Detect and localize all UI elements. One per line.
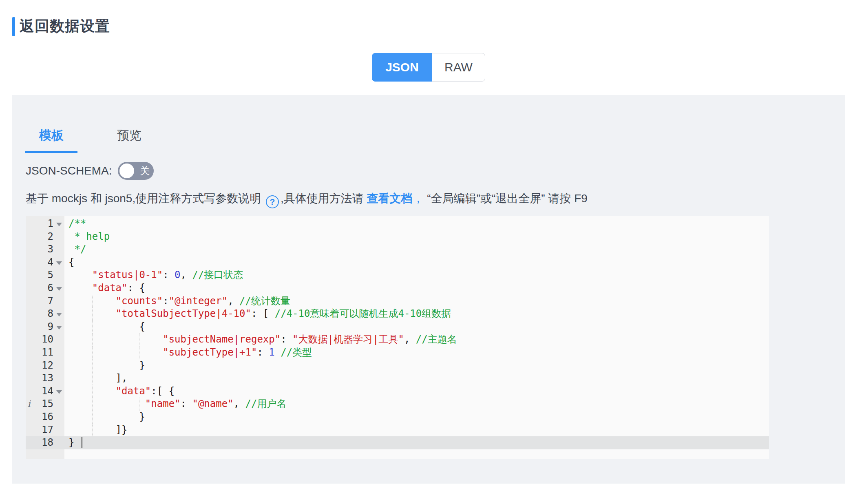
info-marker-icon	[26, 217, 32, 230]
editor-line[interactable]: 18}	[26, 436, 769, 449]
fold-slot	[53, 346, 64, 359]
line-number: 14	[32, 385, 53, 398]
code-line[interactable]: "totalSubjectType|4-10": [ //4-10意味着可以随机…	[64, 307, 769, 321]
code-token: "@integer"	[169, 295, 228, 307]
code-token: ],	[69, 372, 128, 384]
editor-line[interactable]: 5 "status|0-1": 0, //接口状态	[26, 269, 769, 282]
info-marker-icon	[26, 372, 32, 385]
gutter-cell: 17	[26, 424, 64, 437]
gutter-cell: 16	[26, 411, 64, 424]
code-token: :	[163, 269, 175, 281]
code-line[interactable]: {	[64, 256, 769, 269]
code-line[interactable]: "subjectType|+1": 1 //类型	[64, 346, 769, 359]
code-line[interactable]: {	[64, 321, 769, 334]
code-token: //类型	[281, 347, 312, 358]
code-token: 1	[269, 347, 274, 358]
code-line[interactable]: }	[64, 411, 769, 424]
fold-arrow-icon[interactable]	[56, 223, 62, 226]
line-number: 9	[32, 321, 53, 334]
fold-arrow-icon[interactable]	[56, 326, 62, 329]
gutter-cell: 13	[26, 372, 64, 385]
gutter-cell: 11	[26, 346, 64, 359]
info-marker-icon	[26, 385, 32, 398]
code-line[interactable]: "subjectName|regexp": "大数据|机器学习|工具", //主…	[64, 333, 769, 346]
line-number: 13	[32, 372, 53, 385]
help-question-icon[interactable]: ?	[266, 195, 279, 208]
code-editor[interactable]: 1/**2 * help3 */4{5 "status|0-1": 0, //接…	[26, 216, 769, 459]
code-line[interactable]: "name": "@name", //用户名	[64, 398, 769, 411]
code-token: ,	[228, 295, 239, 307]
editor-line[interactable]: 16 }	[26, 411, 769, 424]
editor-line[interactable]: 3 */	[26, 243, 769, 256]
editor-line[interactable]: 10 "subjectName|regexp": "大数据|机器学习|工具", …	[26, 333, 769, 346]
editor-line[interactable]: 2 * help	[26, 230, 769, 243]
code-line[interactable]: "status|0-1": 0, //接口状态	[64, 269, 769, 282]
editor-line[interactable]: 7 "counts":"@integer", //统计数量	[26, 295, 769, 308]
line-number: 15	[32, 398, 53, 411]
code-line[interactable]: "data": {	[64, 282, 769, 295]
code-token: "totalSubjectType|4-10"	[116, 308, 251, 319]
code-line[interactable]: ]}	[64, 424, 769, 437]
info-marker-icon	[26, 269, 32, 282]
tab-预览[interactable]: 预览	[103, 119, 155, 153]
line-number: 17	[32, 424, 53, 437]
gutter-cell: 10	[26, 333, 64, 346]
line-number: 3	[32, 243, 53, 256]
code-token: 0	[175, 269, 180, 281]
code-token: :	[281, 334, 292, 345]
fold-slot	[53, 321, 64, 334]
editor-line[interactable]: 12 }	[26, 359, 769, 372]
gutter-cell: 6	[26, 282, 64, 295]
text-cursor	[82, 437, 83, 448]
gutter-cell: 1	[26, 217, 64, 230]
indent-guide	[92, 295, 93, 308]
info-marker-icon	[26, 230, 32, 243]
code-line[interactable]: ],	[64, 372, 769, 385]
line-number: 10	[32, 333, 53, 346]
editor-line[interactable]: i15 "name": "@name", //用户名	[26, 398, 769, 411]
format-option-raw[interactable]: RAW	[432, 53, 485, 82]
json-schema-toggle[interactable]: 关	[118, 162, 154, 180]
line-number: 5	[32, 269, 53, 282]
editor-line[interactable]: 9 {	[26, 321, 769, 334]
indent-guide	[92, 385, 93, 398]
tab-模板[interactable]: 模板	[25, 119, 77, 153]
line-number: 1	[32, 217, 53, 230]
info-marker-icon	[26, 256, 32, 269]
code-line[interactable]: * help	[64, 230, 769, 243]
code-line[interactable]: */	[64, 243, 769, 256]
editor-line[interactable]: 6 "data": {	[26, 282, 769, 295]
code-line[interactable]: /**	[64, 217, 769, 230]
editor-line[interactable]: 1/**	[26, 217, 769, 230]
editor-line[interactable]: 17 ]}	[26, 424, 769, 437]
code-token: "subjectName|regexp"	[163, 334, 281, 345]
instruction-suffix: “全局编辑”或“退出全屏” 请按 F9	[424, 192, 588, 205]
indent-guide	[92, 333, 93, 346]
fold-arrow-icon[interactable]	[56, 390, 62, 394]
code-token: }	[69, 360, 145, 371]
code-token	[275, 347, 281, 358]
code-line[interactable]: "counts":"@integer", //统计数量	[64, 295, 769, 308]
fold-arrow-icon[interactable]	[56, 287, 62, 291]
code-token: //用户名	[245, 398, 287, 409]
fold-slot	[53, 243, 64, 256]
fold-arrow-icon[interactable]	[56, 261, 62, 265]
info-marker-icon	[26, 411, 32, 424]
code-token: * help	[69, 231, 110, 242]
code-line[interactable]: }	[64, 359, 769, 372]
editor-line[interactable]: 4{	[26, 256, 769, 269]
indent-guide	[92, 321, 93, 334]
info-marker-icon	[26, 243, 32, 256]
view-docs-link[interactable]: 查看文档	[367, 192, 413, 205]
format-option-json[interactable]: JSON	[372, 53, 432, 82]
editor-line[interactable]: 13 ],	[26, 372, 769, 385]
indent-guide	[92, 346, 93, 359]
fold-arrow-icon[interactable]	[56, 313, 62, 316]
editor-line[interactable]: 11 "subjectType|+1": 1 //类型	[26, 346, 769, 359]
code-line[interactable]: }	[64, 436, 769, 449]
editor-line[interactable]: 14 "data":[ {	[26, 385, 769, 398]
code-line[interactable]: "data":[ {	[64, 385, 769, 398]
editor-line[interactable]: 8 "totalSubjectType|4-10": [ //4-10意味着可以…	[26, 307, 769, 321]
gutter-cell: i15	[26, 398, 64, 411]
toggle-state-label: 关	[138, 162, 152, 180]
